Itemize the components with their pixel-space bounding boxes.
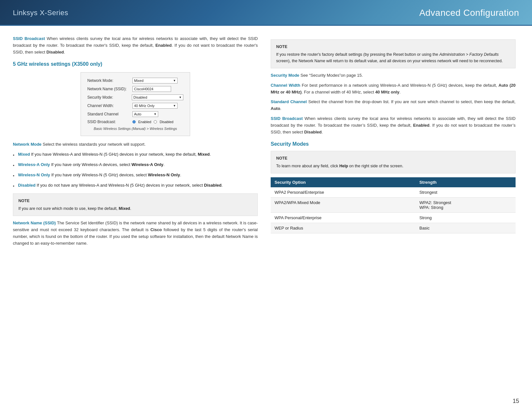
- settings-label-standard-channel: Standard Channel: [87, 112, 132, 116]
- table-row: WPA2 Personal/Enterprise Strongest: [271, 187, 516, 198]
- settings-row-ssid-broadcast: SSID Broadcast: Enabled Disabled: [87, 120, 183, 124]
- bullet-wireless-a-bold: Wireless-A Only: [131, 162, 163, 167]
- security-option-wep: WEP or Radius: [271, 223, 415, 233]
- channel-width-arrow: ▼: [173, 104, 176, 107]
- security-mode-select[interactable]: Disabled ▼: [132, 94, 183, 100]
- note-mode-text: If you are not sure which mode to use, k…: [18, 206, 119, 211]
- security-option-wpa2pe: WPA2 Personal/Enterprise: [271, 187, 415, 198]
- settings-value-network-name: CiscoH0024: [132, 86, 171, 92]
- note-help-box: NOTE To learn more about any field, clic…: [271, 151, 516, 173]
- network-mode-bullets: • Mixed If you have Wireless-A and Wirel…: [13, 151, 258, 190]
- ssid-broadcast-radio-group: Enabled Disabled: [132, 120, 173, 124]
- security-mode-arrow: ▼: [179, 96, 182, 99]
- network-mode-label: Network Mode: [13, 142, 42, 147]
- security-table-header-strength: Strength: [415, 177, 516, 187]
- security-table-header-row: Security Option Strength: [271, 177, 516, 187]
- note-help-title: NOTE: [276, 155, 510, 161]
- note-factory-title: NOTE: [276, 44, 510, 50]
- security-strength-wpape: Strong: [415, 213, 516, 223]
- settings-label-channel-width: Channel Width:: [87, 103, 132, 108]
- security-table-header-option: Security Option: [271, 177, 415, 187]
- channel-width-text2: . For a channel width of 40 MHz, select: [302, 90, 375, 94]
- ssid-broadcast-para-right: SSID Broadcast When wireless clients sur…: [271, 115, 516, 135]
- channel-width-text3: .: [400, 90, 401, 94]
- note-help-text: To learn more about any field, click: [276, 164, 339, 168]
- table-row: WEP or Radius Basic: [271, 223, 516, 233]
- note-mode-box: NOTE If you are not sure which mode to u…: [13, 193, 258, 216]
- channel-width-para: Channel Width For best performance in a …: [271, 82, 516, 96]
- network-name-desc: Network Name (SSID) The Service Set Iden…: [13, 220, 258, 247]
- bullet-wireless-n-bold: Wireless-N Only: [148, 172, 180, 177]
- settings-value-network-mode: Mixed ▼: [132, 78, 178, 83]
- page-header: Linksys X-Series Advanced Configuration: [0, 0, 532, 26]
- note-factory-text2: screen), the Network Name will return to…: [276, 59, 503, 63]
- table-row: WPA Personal/Enterprise Strong: [271, 213, 516, 223]
- note-factory-text: If you restore the router's factory defa…: [276, 52, 439, 57]
- bullet-wireless-n-label: Wireless-N Only: [18, 172, 50, 177]
- settings-label-network-mode: Network Mode:: [87, 78, 132, 83]
- standard-channel-text2: .: [280, 106, 282, 111]
- network-mode-select[interactable]: Mixed ▼: [132, 78, 178, 83]
- security-modes-heading: Security Modes: [271, 141, 516, 147]
- radio-enabled-dot[interactable]: [132, 120, 136, 123]
- header-right-title: Advanced Configuration: [419, 8, 519, 18]
- security-table: Security Option Strength WPA2 Personal/E…: [271, 177, 516, 233]
- security-option-wpape: WPA Personal/Enterprise: [271, 213, 415, 223]
- standard-channel-bold: Auto: [271, 106, 280, 111]
- page-number: 15: [513, 398, 519, 405]
- bullet-wireless-a-label: Wireless-A Only: [18, 162, 50, 167]
- standard-channel-label-right: Standard Channel: [271, 99, 307, 104]
- note-help-bold: Help: [339, 164, 348, 168]
- bullet-dot-mixed: •: [13, 152, 18, 159]
- bullet-mixed-bold: Mixed: [198, 152, 210, 157]
- left-column: SSID Broadcast When wireless clients sur…: [13, 35, 258, 247]
- ssid-broadcast-label: SSID Broadcast: [13, 36, 45, 41]
- ssid-broadcast-bold2: Disabled: [46, 50, 64, 54]
- security-mode-text-right: See “Security Modes”on page 15.: [299, 73, 363, 78]
- ssid-broadcast-intro: SSID Broadcast When wireless clients sur…: [13, 35, 258, 55]
- bullet-disabled: • Disabled If you do not have any Wirele…: [13, 182, 258, 190]
- security-option-wpa2mixed: WPA2/WPA Mixed Mode: [271, 198, 415, 213]
- security-strength-wep: Basic: [415, 223, 516, 233]
- header-left-title: Linksys X-Series: [13, 9, 68, 17]
- network-mode-text: Select the wireless standards your netwo…: [42, 142, 146, 147]
- bullet-dot-wireless-n: •: [13, 173, 18, 180]
- standard-channel-para: Standard Channel Select the channel from…: [271, 99, 516, 112]
- network-name-cisco-bold: Cisco: [150, 227, 162, 232]
- note-mode-text2: .: [130, 206, 131, 211]
- ssid-broadcast-bold1: Enabled: [155, 43, 172, 48]
- network-mode-arrow: ▼: [173, 79, 176, 82]
- security-strength-wpa2pe: Strongest: [415, 187, 516, 198]
- network-name-input[interactable]: CiscoH0024: [132, 86, 171, 92]
- security-strength-wpa2mixed: WPA2: StrongestWPA: Strong: [415, 198, 516, 213]
- network-mode-desc: Network Mode Select the wireless standar…: [13, 141, 258, 148]
- note-mode-bold: Mixed: [119, 206, 130, 211]
- channel-width-select[interactable]: 40 MHz Only ▼: [132, 103, 178, 109]
- ssid-broadcast-bold2-right: Disabled: [304, 130, 322, 134]
- note-factory-box: NOTE If you restore the router's factory…: [271, 39, 516, 68]
- settings-image-caption: Basic Wireless Settings (Manual) > Wirel…: [87, 127, 183, 131]
- table-row: WPA2/WPA Mixed Mode WPA2: StrongestWPA: …: [271, 198, 516, 213]
- settings-row-network-mode: Network Mode: Mixed ▼: [87, 78, 183, 83]
- settings-row-network-name: Network Name (SSID): CiscoH0024: [87, 86, 183, 92]
- channel-width-bold2: 40 MHz only: [375, 90, 399, 94]
- settings-label-ssid-broadcast: SSID Broadcast:: [87, 120, 132, 124]
- header-divider: [0, 25, 532, 26]
- right-column: NOTE If you restore the router's factory…: [271, 35, 516, 247]
- main-content: SSID Broadcast When wireless clients sur…: [0, 26, 532, 257]
- radio-disabled-dot[interactable]: [154, 120, 157, 123]
- settings-row-standard-channel: Standard Channel Auto ▼: [87, 111, 183, 117]
- ssid-broadcast-text3: .: [64, 50, 65, 54]
- bullet-disabled-bold: Disabled: [204, 183, 221, 188]
- channel-width-label-right: Channel Width: [271, 83, 300, 88]
- ssid-broadcast-text3-right: .: [322, 130, 323, 134]
- settings-value-security-mode: Disabled ▼: [132, 94, 183, 100]
- radio-enabled-label: Enabled: [138, 120, 151, 124]
- bullet-mixed: • Mixed If you have Wireless-A and Wirel…: [13, 151, 258, 159]
- standard-channel-select[interactable]: Auto ▼: [132, 111, 158, 117]
- bullet-mixed-label: Mixed: [18, 152, 30, 157]
- channel-width-text-right: For best performance in a network using …: [300, 83, 498, 88]
- section-5ghz-heading: 5 GHz wireless settings (X3500 only): [13, 61, 258, 67]
- radio-disabled-label: Disabled: [160, 120, 173, 124]
- standard-channel-arrow: ▼: [154, 113, 157, 116]
